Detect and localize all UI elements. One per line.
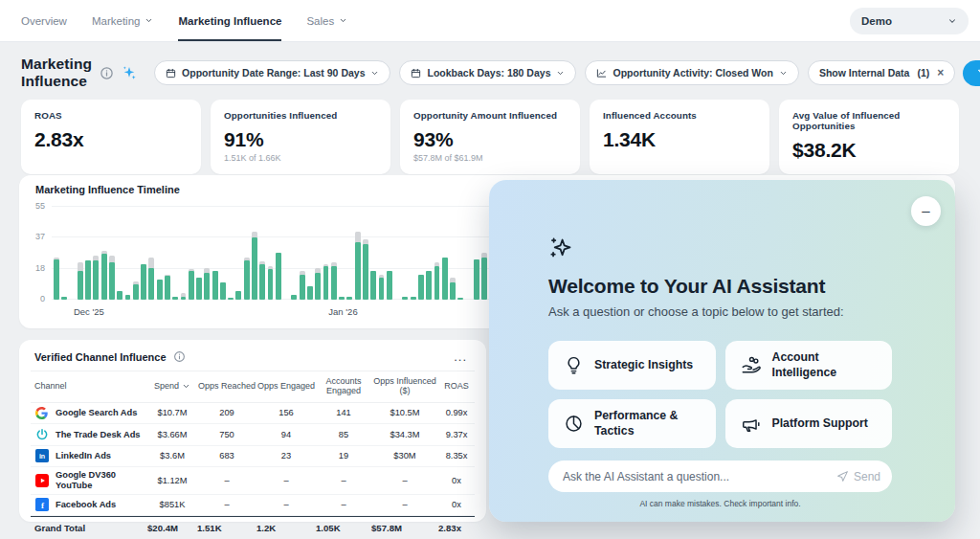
timeline-bar[interactable]: [85, 260, 91, 300]
account-selector[interactable]: Demo: [850, 8, 969, 34]
column-header-opps-reached[interactable]: Opps Reached: [197, 381, 256, 391]
grand-total-cell: 1.51K: [197, 518, 256, 535]
timeline-bar[interactable]: [339, 297, 345, 301]
timeline-bar[interactable]: [212, 271, 218, 300]
send-button[interactable]: Send: [836, 470, 880, 483]
table-row[interactable]: Google DV360 YouTube$1.12M––––0x: [31, 467, 475, 494]
bar-segment-influenced: [379, 278, 385, 300]
ai-sparkle-icon[interactable]: [122, 65, 137, 80]
timeline-bar[interactable]: [457, 298, 463, 300]
topic-button-platform-support[interactable]: Platform Support: [725, 399, 893, 448]
nav-tab-overview[interactable]: Overview: [21, 0, 67, 41]
timeline-bar[interactable]: [252, 232, 257, 300]
table-row[interactable]: inLinkedIn Ads$3.6M6832319$30M8.35x: [31, 446, 475, 468]
timeline-bar[interactable]: [125, 295, 131, 300]
timeline-bar[interactable]: [370, 271, 376, 300]
timeline-bar[interactable]: [355, 232, 361, 300]
timeline-bar[interactable]: [228, 298, 234, 300]
filters-button[interactable]: Filters: [963, 60, 980, 86]
timeline-bar[interactable]: [204, 268, 210, 300]
timeline-bar[interactable]: [54, 258, 59, 300]
bar-segment-influenced: [244, 260, 250, 300]
timeline-bar[interactable]: [61, 297, 67, 301]
timeline-bar[interactable]: [181, 293, 187, 300]
timeline-bar[interactable]: [387, 271, 392, 300]
minimize-button[interactable]: –: [911, 196, 941, 226]
timeline-bar[interactable]: [300, 271, 305, 300]
channel-cell: Google DV360 YouTube: [31, 467, 147, 493]
timeline-bar[interactable]: [220, 282, 226, 300]
timeline-bar[interactable]: [450, 278, 456, 300]
nav-tab-sales[interactable]: Sales: [306, 0, 347, 41]
table-row[interactable]: fFacebook Ads$851K––––0x: [31, 495, 475, 517]
timeline-bar[interactable]: [323, 264, 329, 300]
timeline-bar[interactable]: [148, 258, 154, 300]
close-icon[interactable]: ×: [937, 66, 944, 79]
filter-chip-1[interactable]: Lookback Days: 180 Days: [399, 60, 576, 85]
timeline-bar[interactable]: [189, 269, 194, 300]
bar-segment-influenced: [426, 271, 432, 300]
timeline-bar[interactable]: [307, 286, 313, 300]
nav-tab-marketing[interactable]: Marketing: [92, 0, 154, 41]
timeline-bar[interactable]: [196, 278, 202, 300]
assistant-question-input[interactable]: [563, 470, 836, 483]
timeline-bar[interactable]: [434, 262, 440, 300]
table-cell: –: [316, 497, 371, 512]
timeline-bar[interactable]: [276, 253, 281, 300]
timeline-bar[interactable]: [78, 262, 83, 300]
timeline-bar[interactable]: [481, 253, 487, 300]
timeline-bar[interactable]: [363, 239, 368, 300]
timeline-bar[interactable]: [346, 297, 352, 301]
timeline-bar[interactable]: [244, 258, 250, 300]
timeline-bar[interactable]: [291, 295, 297, 300]
column-header-channel[interactable]: Channel: [31, 381, 147, 391]
filter-chip-3[interactable]: Show Internal Data(1)×: [808, 60, 955, 85]
megaphone-icon: [741, 414, 762, 435]
column-header-opps-engaged[interactable]: Opps Engaged: [256, 381, 316, 391]
info-icon[interactable]: [173, 350, 186, 363]
table-row[interactable]: The Trade Desk Ads$3.66M7509485$34.3M9.3…: [31, 424, 475, 446]
timeline-bar[interactable]: [101, 251, 107, 300]
topic-button-account-intelligence[interactable]: Account Intelligence: [725, 341, 893, 390]
bar-segment-influenced: [204, 273, 210, 300]
column-header-roas[interactable]: ROAS: [438, 381, 475, 391]
bar-segment-influenced: [331, 266, 337, 300]
bar-segment-influenced: [235, 291, 241, 300]
timeline-bar[interactable]: [442, 258, 448, 300]
topic-button-strategic-insights[interactable]: Strategic Insights: [548, 341, 716, 390]
timeline-bar[interactable]: [268, 266, 274, 300]
timeline-bar[interactable]: [109, 256, 115, 300]
filter-chip-2[interactable]: Opportunity Activity: Closed Won: [585, 60, 798, 85]
table-row[interactable]: Google Search Ads$10.7M209156141$10.5M0.…: [31, 403, 475, 425]
bar-segment-influenced: [355, 242, 361, 300]
column-header-opps-influenced-[interactable]: Opps Influenced ($): [371, 376, 438, 396]
timeline-bar[interactable]: [133, 281, 139, 300]
table-cell: –: [316, 473, 371, 488]
filter-chip-0[interactable]: Opportunity Date Range: Last 90 Days: [154, 60, 390, 85]
topic-button-performance-tactics[interactable]: Performance & Tactics: [548, 399, 716, 448]
timeline-bar[interactable]: [474, 259, 479, 300]
timeline-bar[interactable]: [117, 291, 122, 300]
timeline-bar[interactable]: [402, 297, 408, 301]
column-header-accounts-engaged[interactable]: Accounts Engaged: [316, 376, 371, 396]
timeline-bar[interactable]: [157, 280, 163, 300]
timeline-bar[interactable]: [165, 275, 170, 300]
bar-segment-influenced: [457, 298, 463, 300]
y-axis-label: 55: [35, 201, 45, 211]
timeline-bar[interactable]: [418, 275, 424, 301]
column-header-spend[interactable]: Spend: [147, 381, 197, 391]
info-icon[interactable]: [100, 66, 114, 80]
ask-bar: Send: [548, 460, 892, 492]
timeline-bar[interactable]: [141, 264, 146, 300]
timeline-bar[interactable]: [411, 297, 416, 301]
nav-tab-marketing-influence[interactable]: Marketing Influence: [178, 0, 281, 41]
timeline-bar[interactable]: [331, 262, 337, 300]
timeline-bar[interactable]: [426, 271, 432, 300]
timeline-bar[interactable]: [315, 268, 321, 300]
timeline-bar[interactable]: [259, 261, 265, 301]
timeline-bar[interactable]: [93, 256, 99, 300]
timeline-bar[interactable]: [172, 297, 178, 301]
timeline-bar[interactable]: [235, 291, 241, 300]
ellipsis-icon[interactable]: ...: [450, 354, 471, 360]
timeline-bar[interactable]: [379, 275, 385, 300]
